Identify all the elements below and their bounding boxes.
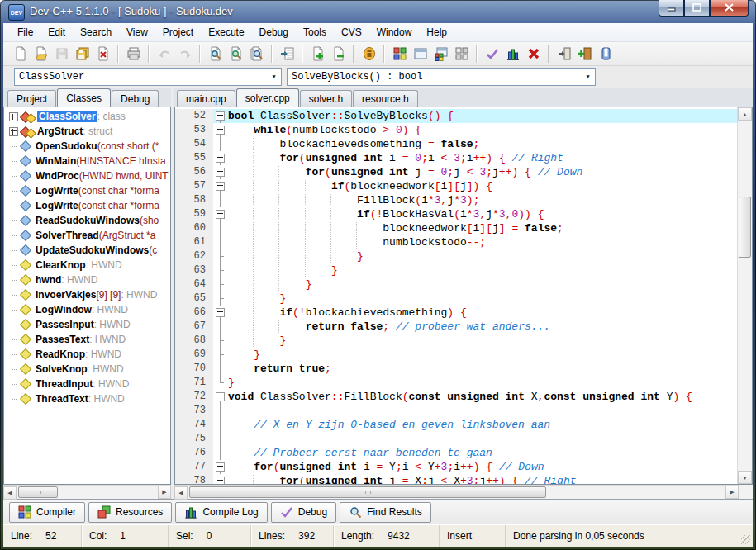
- line-number[interactable]: 74: [175, 418, 213, 432]
- code-line[interactable]: 55 for(unsigned int i = 0;i < 3;i++) { /…: [175, 151, 737, 165]
- code-line[interactable]: 62 }: [175, 249, 737, 263]
- line-number[interactable]: 75: [175, 432, 213, 446]
- file-tab-main-cpp[interactable]: main.cpp: [177, 90, 235, 107]
- tab-classes[interactable]: Classes: [57, 88, 111, 107]
- fold-marker[interactable]: [213, 207, 228, 221]
- report-tab-compile-log[interactable]: Compile Log: [175, 502, 267, 523]
- menu-execute[interactable]: Execute: [201, 24, 251, 40]
- title-bar[interactable]: DEV Dev-C++ 5.1.1.0 - [ Sudoku ] - Sudok…: [0, 0, 756, 23]
- pause-icon[interactable]: [595, 44, 616, 64]
- tree-item[interactable]: ClassSolver : class: [4, 109, 170, 124]
- compile-run-icon[interactable]: [430, 44, 451, 64]
- code-line[interactable]: 58 FillBlock(i*3,j*3);: [175, 193, 737, 207]
- class-browser-tree[interactable]: ClassSolver : classArgStruct : structOpe…: [3, 107, 171, 485]
- file-tab-solver-h[interactable]: solver.h: [300, 90, 352, 107]
- tree-item[interactable]: ThreadInput : HWND: [4, 377, 170, 391]
- tree-item[interactable]: hwnd : HWND: [4, 273, 170, 287]
- code-line[interactable]: 64 }: [175, 277, 737, 292]
- scroll-up-icon[interactable]: ▲: [738, 107, 752, 121]
- menu-cvs[interactable]: CVS: [334, 24, 369, 40]
- run-icon[interactable]: [410, 44, 430, 64]
- exit-door-icon[interactable]: [554, 44, 574, 64]
- line-number[interactable]: 63: [175, 263, 213, 277]
- scrollbar-thumb[interactable]: [739, 197, 751, 258]
- code-line[interactable]: 63 }: [175, 263, 737, 277]
- code-line[interactable]: 52bool ClassSolver::SolveByBlocks() {: [175, 109, 737, 123]
- remove-from-project-icon[interactable]: [328, 44, 349, 64]
- code-line[interactable]: 75: [175, 432, 737, 446]
- scroll-right-icon[interactable]: ▶: [158, 486, 171, 499]
- tree-item[interactable]: ReadKnop : HWND: [4, 347, 170, 362]
- scroll-left-icon[interactable]: ◀: [3, 486, 17, 500]
- scrollbar-thumb[interactable]: [189, 486, 546, 498]
- find-icon[interactable]: [205, 44, 226, 64]
- fold-marker[interactable]: [213, 179, 228, 193]
- line-number[interactable]: 52: [175, 109, 213, 123]
- fold-marker[interactable]: [213, 151, 228, 165]
- tree-item[interactable]: WndProc (HWND hwnd, UINT: [4, 168, 170, 183]
- code-area[interactable]: 52bool ClassSolver::SolveByBlocks() {53 …: [175, 107, 737, 484]
- save-all-icon[interactable]: [72, 44, 93, 64]
- maximize-button[interactable]: [684, 0, 710, 17]
- syntax-check-icon[interactable]: [482, 44, 502, 64]
- tree-item[interactable]: PassesInput : HWND: [4, 317, 170, 332]
- open-file-icon[interactable]: [31, 44, 51, 64]
- menu-edit[interactable]: Edit: [40, 24, 73, 40]
- print-icon[interactable]: [123, 44, 144, 64]
- tree-item[interactable]: SolveKnop : HWND: [4, 362, 170, 377]
- tab-project[interactable]: Project: [7, 90, 56, 107]
- close-file-icon[interactable]: [93, 44, 113, 64]
- code-line[interactable]: 77 for(unsigned int i = Y;i < Y+3;i++) {…: [175, 460, 737, 474]
- menu-debug[interactable]: Debug: [252, 24, 296, 40]
- scroll-right-icon[interactable]: ▶: [725, 486, 739, 499]
- line-number[interactable]: 65: [175, 292, 213, 306]
- line-number[interactable]: 71: [175, 376, 213, 390]
- code-line[interactable]: 53 while(numblockstodo > 0) {: [175, 123, 737, 137]
- tree-item[interactable]: WinMain (HINSTANCE hInsta: [4, 154, 170, 168]
- menu-view[interactable]: View: [119, 24, 155, 40]
- editor-vscrollbar[interactable]: ▲ ▼: [737, 107, 752, 484]
- line-number[interactable]: 57: [175, 179, 213, 193]
- new-file-icon[interactable]: [10, 44, 31, 64]
- code-line[interactable]: 73: [175, 404, 737, 418]
- code-line[interactable]: 69 }: [175, 348, 737, 362]
- line-number[interactable]: 72: [175, 390, 213, 404]
- file-tab-resource-h[interactable]: resource.h: [353, 90, 418, 107]
- tree-item[interactable]: ArgStruct : struct: [4, 124, 170, 139]
- code-line[interactable]: 76 // Probeer eerst naar beneden te gaan: [175, 446, 737, 460]
- expand-icon[interactable]: [9, 112, 18, 121]
- code-line[interactable]: 78 for(unsigned int j = X;j < X+3;j++) {…: [175, 474, 737, 484]
- code-line[interactable]: 60 blockneedwork[i][j] = false;: [175, 221, 737, 235]
- code-line[interactable]: 59 if(!BlockHasVal(i*3,j*3,0)) {: [175, 207, 737, 221]
- project-properties-icon[interactable]: [359, 44, 379, 64]
- menu-help[interactable]: Help: [419, 24, 454, 40]
- chevron-down-icon[interactable]: ▼: [581, 69, 595, 85]
- tree-item[interactable]: PassesText : HWND: [4, 332, 170, 347]
- code-line[interactable]: 61 numblockstodo--;: [175, 235, 737, 249]
- line-number[interactable]: 78: [175, 474, 213, 484]
- replace-icon[interactable]: [226, 44, 246, 64]
- menu-file[interactable]: File: [10, 24, 40, 40]
- line-number[interactable]: 70: [175, 362, 213, 376]
- fold-marker[interactable]: [213, 109, 228, 123]
- tree-item[interactable]: ReadSudokuWindows (sho: [4, 213, 170, 228]
- line-number[interactable]: 66: [175, 306, 213, 320]
- report-tab-resources[interactable]: Resources: [88, 502, 172, 523]
- fold-marker[interactable]: [213, 460, 228, 474]
- left-panel-hscrollbar[interactable]: ◀ ▶: [3, 485, 171, 499]
- line-number[interactable]: 59: [175, 207, 213, 221]
- class-combo[interactable]: ClassSolver ▼: [14, 68, 282, 86]
- line-number[interactable]: 53: [175, 123, 213, 137]
- line-number[interactable]: 69: [175, 348, 213, 362]
- code-line[interactable]: 66 if(!blockachievedsomething) {: [175, 306, 737, 320]
- abort-icon[interactable]: [523, 44, 544, 64]
- code-line[interactable]: 74 // X en Y zijn 0-based en geven links…: [175, 418, 737, 432]
- fold-marker[interactable]: [213, 306, 228, 320]
- rebuild-icon[interactable]: [451, 44, 472, 64]
- code-line[interactable]: 71}: [175, 376, 737, 390]
- scroll-left-icon[interactable]: ◀: [174, 486, 188, 500]
- line-number[interactable]: 55: [175, 151, 213, 165]
- line-number[interactable]: 60: [175, 221, 213, 235]
- line-number[interactable]: 77: [175, 460, 213, 474]
- fold-marker[interactable]: [213, 474, 228, 484]
